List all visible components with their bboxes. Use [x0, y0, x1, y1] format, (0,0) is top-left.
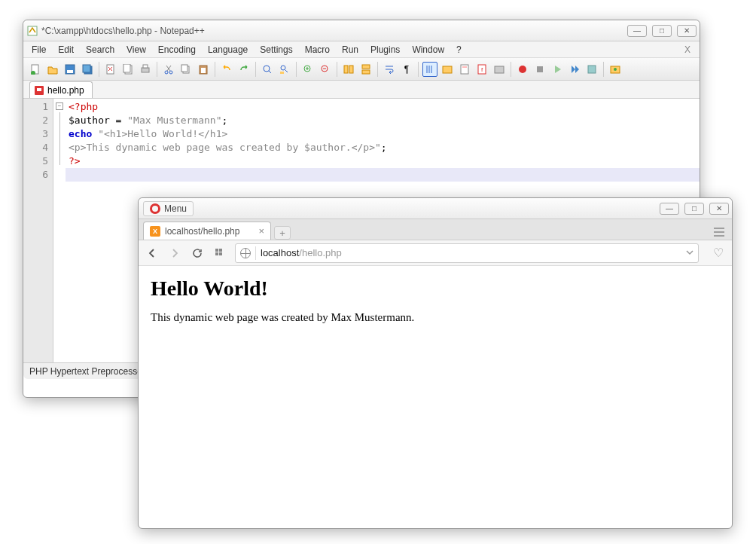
svg-point-33 [519, 66, 526, 73]
record-macro-icon[interactable] [515, 62, 530, 77]
svg-rect-26 [362, 70, 370, 74]
toolbar-separator [511, 62, 511, 77]
dropdown-icon[interactable] [686, 247, 694, 258]
menu-settings[interactable]: Settings [255, 43, 297, 57]
play-multi-icon[interactable] [567, 62, 582, 77]
globe-icon [240, 248, 251, 258]
close-all-icon[interactable] [120, 62, 136, 77]
menu-close-doc[interactable]: X [678, 43, 697, 57]
opera-menu-button[interactable]: Menu [143, 201, 194, 216]
indent-guide-icon[interactable] [422, 62, 437, 77]
maximize-button[interactable]: □ [684, 203, 704, 215]
menu-run[interactable]: Run [337, 43, 364, 57]
svg-rect-17 [201, 68, 206, 73]
addr-separator [255, 246, 256, 260]
zoom-out-icon[interactable] [318, 62, 333, 77]
func-list-icon[interactable]: f [474, 62, 489, 77]
npp-window-title: *C:\xampp\htdocs\hello.php - Notepad++ [41, 26, 627, 36]
menu-file[interactable]: File [26, 43, 51, 57]
print-icon[interactable] [138, 62, 153, 77]
menu-language[interactable]: Language [203, 43, 253, 57]
menu-window[interactable]: Window [407, 43, 450, 57]
paste-icon[interactable] [196, 62, 211, 77]
minimize-button[interactable]: — [627, 25, 647, 37]
line-number-gutter: 1 2 3 4 5 6 [23, 99, 53, 362]
tab-title: localhost/hello.php [165, 226, 239, 237]
new-tab-button[interactable]: + [274, 226, 291, 240]
menu-macro[interactable]: Macro [300, 43, 335, 57]
close-button[interactable]: ✕ [709, 203, 729, 215]
copy-icon[interactable] [178, 62, 194, 77]
menu-help[interactable]: ? [451, 43, 467, 57]
stop-macro-icon[interactable] [532, 62, 547, 77]
reload-button[interactable] [190, 246, 205, 261]
back-button[interactable] [145, 246, 160, 261]
save-macro-icon[interactable] [584, 62, 599, 77]
show-chars-icon[interactable]: ¶ [399, 62, 414, 77]
page-heading: Hello World! [151, 277, 720, 301]
toolbar-separator [603, 62, 604, 77]
fold-toggle-icon[interactable]: − [56, 102, 63, 110]
play-macro-icon[interactable] [550, 62, 565, 77]
opera-window: Menu — □ ✕ X localhost/hello.php × + [138, 197, 733, 529]
tab-close-icon[interactable]: × [258, 225, 264, 237]
opera-tab-bar: X localhost/hello.php × + [139, 219, 732, 240]
menu-plugins[interactable]: Plugins [365, 43, 405, 57]
svg-rect-15 [181, 65, 187, 72]
find-icon[interactable] [260, 62, 275, 77]
svg-point-18 [264, 66, 270, 72]
toolbar-separator [296, 62, 297, 77]
svg-rect-28 [461, 65, 468, 74]
tab-menu-icon[interactable] [711, 225, 727, 240]
save-all-icon[interactable] [80, 62, 95, 77]
svg-point-13 [169, 71, 172, 74]
browser-viewport: Hello World! This dynamic web page was c… [139, 266, 732, 335]
folder-tree-icon[interactable] [492, 62, 507, 77]
svg-rect-9 [123, 64, 130, 72]
wordwrap-icon[interactable] [382, 62, 397, 77]
close-button[interactable]: ✕ [677, 25, 697, 37]
speed-dial-icon[interactable] [212, 246, 227, 261]
save-icon[interactable] [62, 62, 78, 77]
svg-point-19 [281, 66, 285, 70]
address-bar[interactable]: localhost/hello.php [235, 243, 699, 263]
menu-view[interactable]: View [121, 43, 151, 57]
npp-file-tab[interactable]: hello.php [29, 81, 93, 98]
npp-app-icon [26, 25, 38, 37]
svg-rect-38 [215, 249, 218, 252]
svg-point-37 [614, 68, 617, 71]
svg-rect-25 [362, 65, 370, 69]
folder-view-icon[interactable] [440, 62, 455, 77]
forward-button[interactable] [167, 246, 182, 261]
monitor-icon[interactable] [608, 62, 623, 77]
redo-icon[interactable] [236, 62, 251, 77]
bookmark-heart-icon[interactable]: ♡ [711, 246, 726, 261]
maximize-button[interactable]: □ [652, 25, 672, 37]
zoom-in-icon[interactable] [300, 62, 316, 77]
npp-menubar: File Edit Search View Encoding Language … [23, 41, 700, 58]
npp-titlebar[interactable]: *C:\xampp\htdocs\hello.php - Notepad++ —… [23, 20, 700, 41]
svg-rect-41 [219, 252, 222, 255]
new-file-icon[interactable] [28, 62, 43, 77]
svg-rect-11 [143, 65, 148, 68]
replace-icon[interactable] [277, 62, 292, 77]
svg-rect-23 [344, 66, 348, 73]
unsaved-indicator-icon [35, 86, 44, 95]
minimize-button[interactable]: — [660, 203, 679, 215]
cut-icon[interactable] [161, 62, 176, 77]
menu-encoding[interactable]: Encoding [153, 43, 201, 57]
sync-v-icon[interactable] [341, 62, 356, 77]
menu-search[interactable]: Search [81, 43, 120, 57]
undo-icon[interactable] [219, 62, 234, 77]
doc-map-icon[interactable] [457, 62, 472, 77]
opera-tab[interactable]: X localhost/hello.php × [143, 222, 271, 240]
opera-titlebar[interactable]: Menu — □ ✕ [139, 198, 732, 219]
toolbar-separator [337, 62, 337, 77]
sync-h-icon[interactable] [358, 62, 373, 77]
svg-rect-32 [495, 66, 504, 73]
close-file-icon[interactable] [103, 62, 118, 77]
svg-rect-20 [280, 72, 284, 74]
menu-edit[interactable]: Edit [53, 43, 79, 57]
open-file-icon[interactable] [45, 62, 60, 77]
npp-window-controls: — □ ✕ [627, 25, 697, 37]
